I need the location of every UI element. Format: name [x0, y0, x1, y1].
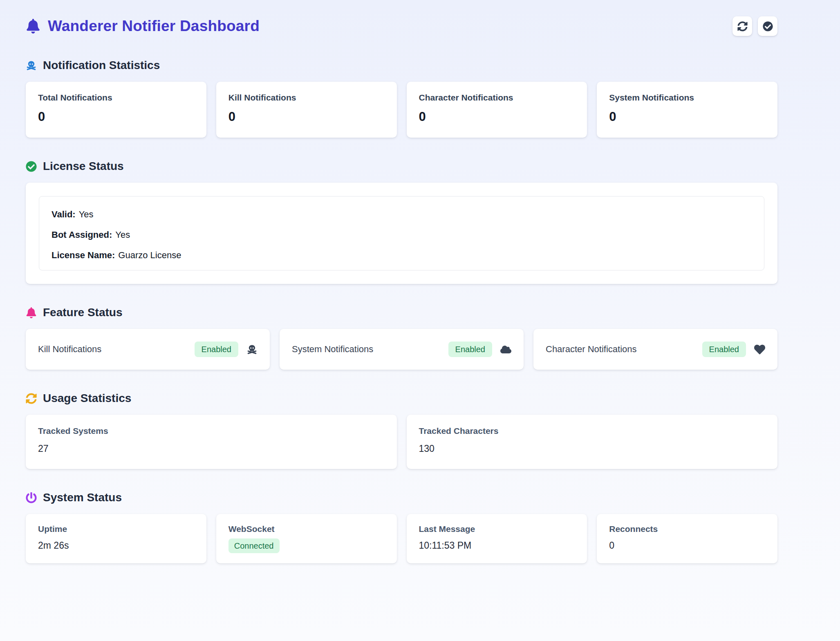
feature-card-kill-notifications: Kill Notifications Enabled	[26, 329, 270, 370]
skull-crossbones-icon	[246, 344, 258, 355]
section-header: Usage Statistics	[26, 392, 777, 405]
section-header: Notification Statistics	[26, 59, 777, 72]
system-card-uptime: Uptime 2m 26s	[26, 514, 206, 563]
license-card: Valid:Yes Bot Assigned:Yes License Name:…	[26, 183, 777, 284]
refresh-button[interactable]	[732, 16, 752, 36]
system-card-label: Reconnects	[609, 524, 765, 534]
websocket-status-badge: Connected	[228, 538, 280, 553]
feature-status: Enabled	[448, 342, 511, 357]
refresh-icon	[737, 21, 748, 31]
app-header: Wanderer Notifier Dashboard	[26, 16, 777, 36]
check-circle-icon	[26, 161, 37, 172]
stat-card-system-notifications: System Notifications 0	[597, 82, 777, 138]
stat-card-label: System Notifications	[609, 93, 765, 103]
system-card-last-message: Last Message 10:11:53 PM	[407, 514, 587, 563]
system-card-value: 2m 26s	[38, 540, 194, 551]
license-row-bot-assigned: Bot Assigned:Yes	[52, 230, 752, 240]
section-feature-status: Feature Status Kill Notifications Enable…	[26, 306, 777, 370]
heart-icon	[754, 344, 765, 355]
section-title: Usage Statistics	[43, 392, 131, 405]
status-button[interactable]	[758, 16, 777, 36]
stat-card-value: 0	[228, 109, 385, 124]
license-row-value: Yes	[115, 230, 130, 240]
feature-cards-grid: Kill Notifications Enabled System Notifi…	[26, 329, 777, 370]
usage-card-tracked-characters: Tracked Characters 130	[407, 415, 778, 469]
app-title-wrap: Wanderer Notifier Dashboard	[26, 18, 260, 35]
system-card-value: 10:11:53 PM	[419, 540, 575, 551]
status-badge: Enabled	[448, 342, 492, 357]
section-header: System Status	[26, 491, 777, 504]
section-license-status: License Status Valid:Yes Bot Assigned:Ye…	[26, 160, 777, 284]
feature-status: Enabled	[702, 342, 765, 357]
notification-stats-grid: Total Notifications 0 Kill Notifications…	[26, 82, 777, 138]
stat-card-kill-notifications: Kill Notifications 0	[216, 82, 397, 138]
system-card-value: 0	[609, 540, 765, 551]
stat-card-value: 0	[38, 109, 194, 124]
header-actions	[732, 16, 777, 36]
section-title: License Status	[43, 160, 124, 173]
power-icon	[26, 492, 37, 503]
section-title: Feature Status	[43, 306, 123, 319]
section-title: System Status	[43, 491, 122, 504]
stat-card-label: Character Notifications	[419, 93, 575, 103]
cloud-icon	[500, 344, 511, 355]
system-card-label: Uptime	[38, 524, 194, 534]
section-notification-statistics: Notification Statistics Total Notificati…	[26, 59, 777, 138]
section-title: Notification Statistics	[43, 59, 160, 72]
system-cards-grid: Uptime 2m 26s WebSocket Connected Last M…	[26, 514, 777, 563]
feature-label: Character Notifications	[546, 344, 637, 355]
usage-card-label: Tracked Characters	[419, 426, 766, 436]
license-row-label: License Name:	[52, 250, 115, 260]
system-card-label: WebSocket	[228, 524, 385, 534]
usage-cards-grid: Tracked Systems 27 Tracked Characters 13…	[26, 415, 777, 469]
stat-card-value: 0	[419, 109, 575, 124]
usage-card-value: 27	[38, 443, 385, 454]
license-row-value: Yes	[79, 209, 94, 219]
system-card-reconnects: Reconnects 0	[597, 514, 777, 563]
license-row-license-name: License Name:Guarzo License	[52, 250, 752, 260]
usage-card-tracked-systems: Tracked Systems 27	[26, 415, 397, 469]
refresh-icon	[26, 393, 37, 404]
usage-card-label: Tracked Systems	[38, 426, 385, 436]
check-circle-icon	[763, 21, 773, 31]
skull-crossbones-icon	[26, 60, 37, 71]
license-row-label: Valid:	[52, 209, 76, 219]
section-header: Feature Status	[26, 306, 777, 319]
dashboard-page: Wanderer Notifier Dashboard	[0, 0, 840, 641]
stat-card-value: 0	[609, 109, 765, 124]
stat-card-label: Total Notifications	[38, 93, 194, 103]
license-details-box: Valid:Yes Bot Assigned:Yes License Name:…	[39, 196, 764, 270]
status-badge: Enabled	[195, 342, 238, 357]
page-title: Wanderer Notifier Dashboard	[48, 18, 260, 35]
feature-label: Kill Notifications	[38, 344, 101, 355]
status-badge: Enabled	[702, 342, 746, 357]
license-row-value: Guarzo License	[118, 250, 181, 260]
license-row-label: Bot Assigned:	[52, 230, 112, 240]
feature-label: System Notifications	[292, 344, 373, 355]
system-card-label: Last Message	[419, 524, 575, 534]
feature-status: Enabled	[195, 342, 258, 357]
feature-card-character-notifications: Character Notifications Enabled	[533, 329, 777, 370]
usage-card-value: 130	[419, 443, 766, 454]
bell-icon	[26, 307, 37, 318]
section-system-status: System Status Uptime 2m 26s WebSocket Co…	[26, 491, 777, 563]
bell-icon	[26, 19, 40, 34]
system-card-websocket: WebSocket Connected	[216, 514, 397, 563]
license-row-valid: Valid:Yes	[52, 210, 752, 219]
section-usage-statistics: Usage Statistics Tracked Systems 27 Trac…	[26, 392, 777, 469]
section-header: License Status	[26, 160, 777, 173]
stat-card-label: Kill Notifications	[228, 93, 385, 103]
feature-card-system-notifications: System Notifications Enabled	[280, 329, 524, 370]
stat-card-total-notifications: Total Notifications 0	[26, 82, 206, 138]
stat-card-character-notifications: Character Notifications 0	[407, 82, 587, 138]
